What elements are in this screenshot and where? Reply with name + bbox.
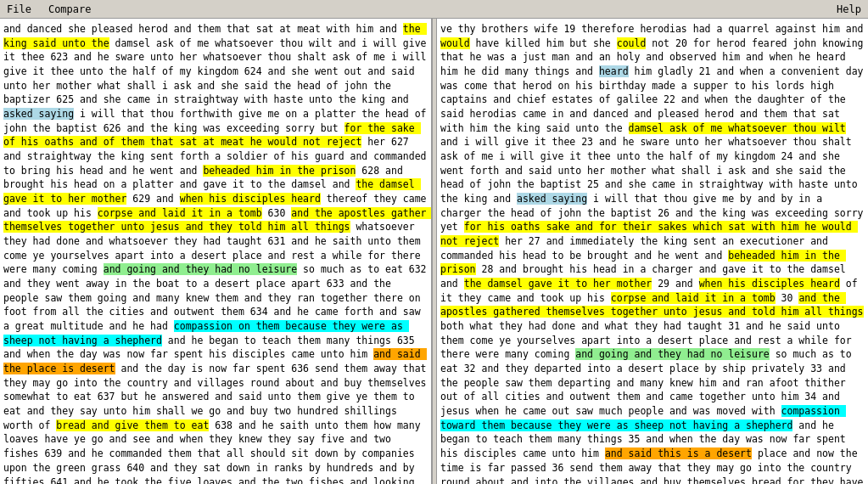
menu-bar-left: File Compare [3, 3, 94, 16]
left-text-content[interactable]: and danced she pleased herod and them th… [0, 19, 431, 484]
right-panel: ve thy brothers wife 19 therefore herodi… [437, 19, 868, 484]
menu-bar: File Compare Help [0, 0, 868, 19]
file-menu[interactable]: File [3, 3, 35, 16]
compare-menu[interactable]: Compare [45, 3, 95, 16]
right-text-content[interactable]: ve thy brothers wife 19 therefore herodi… [437, 19, 868, 484]
left-panel: and danced she pleased herod and them th… [0, 19, 432, 484]
left-text-wrapper: and danced she pleased herod and them th… [0, 19, 431, 484]
main-content: and danced she pleased herod and them th… [0, 19, 868, 484]
help-menu[interactable]: Help [833, 3, 865, 16]
right-text-wrapper: ve thy brothers wife 19 therefore herodi… [437, 19, 868, 484]
